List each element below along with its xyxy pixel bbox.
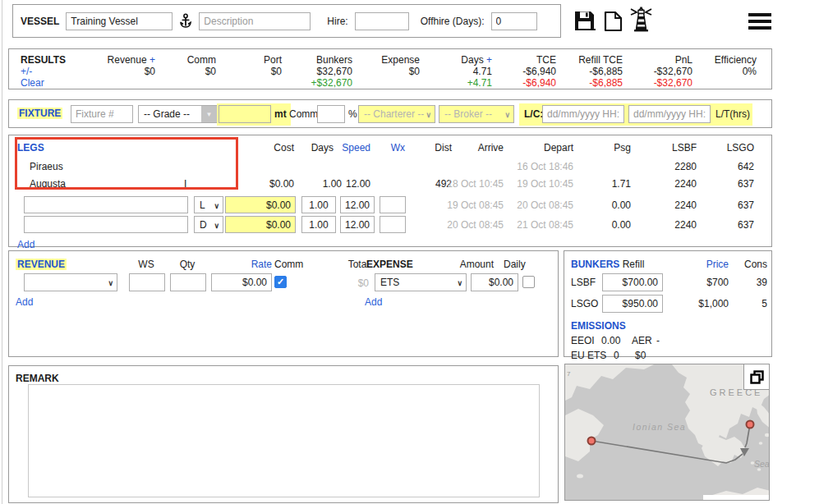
expense-type-select[interactable]: ETS — [375, 273, 467, 291]
quantity-input[interactable] — [219, 105, 271, 123]
leg-psg: 0.00 — [557, 199, 631, 211]
leg-type-select[interactable]: D — [194, 216, 223, 233]
leg-arrive: 20 Oct 08:45 — [430, 219, 504, 231]
leg-port-input[interactable] — [24, 216, 188, 233]
overlapping-windows-icon — [750, 370, 764, 384]
legs-header-lsgo: LSGO — [688, 142, 754, 153]
vessel-bar: VESSEL Hire: Offhire (Days): — [12, 4, 561, 38]
window-edge-line — [2, 0, 2, 504]
chevron-down-icon — [214, 219, 219, 231]
euets-label: EU ETS — [571, 350, 606, 361]
pnl-delta: -$32,670 — [614, 77, 692, 89]
hire-input[interactable] — [355, 12, 409, 30]
lsgo-cons: 5 — [734, 298, 767, 309]
aer-value: - — [656, 335, 660, 346]
new-document-icon[interactable] — [603, 11, 623, 34]
eeoi-label: EEOI — [571, 335, 595, 346]
leg-wx-input[interactable] — [380, 216, 406, 233]
results-col-port: Port $0 — [203, 54, 282, 77]
offhire-label: Offhire (Days): — [421, 16, 485, 27]
mt-label: mt — [274, 108, 287, 120]
efficiency-value: 0% — [678, 66, 757, 77]
bunkers-delta: +$32,670 — [274, 77, 352, 89]
lsgo-refill-input[interactable] — [602, 295, 663, 313]
comm-percent-input[interactable] — [317, 105, 345, 123]
leg-cost-input[interactable] — [225, 196, 296, 213]
fixture-number-input[interactable] — [71, 105, 133, 123]
grade-select[interactable]: -- Grade -- — [138, 105, 218, 123]
anchor-icon[interactable] — [179, 13, 192, 29]
leg-psg: 1.71 — [557, 178, 631, 190]
comm-label: Comm — [289, 108, 318, 120]
map-sea-label-2: Sea — [754, 459, 770, 469]
revenue-total-value: $0 — [329, 277, 369, 289]
rate-input[interactable] — [211, 273, 272, 291]
remark-textarea[interactable] — [28, 384, 540, 497]
eeoi-value: 0.00 — [601, 335, 620, 346]
leg-cost-input[interactable] — [225, 216, 296, 233]
leg-wx-input[interactable] — [380, 196, 406, 213]
laytime-label: L/T(hrs) — [715, 108, 750, 120]
lsbf-refill-input[interactable] — [602, 273, 663, 291]
leg-speed-input[interactable] — [340, 216, 375, 233]
charterer-select[interactable]: -- Charterer -- — [358, 105, 435, 123]
total-header: Total — [329, 259, 369, 270]
port-marker-piraeus[interactable] — [747, 421, 754, 428]
add-expense-link[interactable]: Add — [365, 296, 382, 308]
broker-select[interactable]: -- Broker -- — [439, 105, 514, 123]
remark-panel: REMARK — [8, 365, 559, 503]
expense-daily-checkbox[interactable] — [522, 276, 535, 288]
refill-header: Refill — [610, 259, 656, 270]
leg-days-input[interactable] — [301, 216, 336, 233]
rate-header[interactable]: Rate — [211, 259, 272, 270]
menu-icon[interactable] — [748, 13, 771, 30]
qty-header: Qty — [168, 259, 206, 270]
leg-port-name: Piraeus — [30, 161, 128, 172]
leg-marker: I — [184, 178, 200, 190]
legs-title: LEGS — [17, 142, 44, 153]
cons-header: Cons — [734, 259, 767, 270]
vessel-name-input[interactable] — [66, 12, 173, 30]
map-attribution — [703, 495, 769, 500]
price-header[interactable]: Price — [688, 259, 729, 270]
chevron-down-icon — [108, 277, 113, 288]
legs-header-psg: Psg — [565, 142, 631, 153]
amount-input[interactable] — [471, 273, 518, 291]
emissions-title: EMISSIONS — [571, 320, 626, 332]
ws-input[interactable] — [129, 273, 165, 291]
laycan-to-input[interactable] — [628, 105, 711, 123]
leg-port-input[interactable] — [24, 196, 188, 213]
add-revenue-link[interactable]: Add — [16, 296, 33, 308]
laycan-from-input[interactable] — [542, 105, 624, 123]
port-marker-augusta[interactable] — [588, 438, 596, 445]
revenue-comm-header: Comm — [274, 259, 303, 270]
euets-value: 0 — [614, 350, 619, 361]
leg-speed: 12.00 — [297, 178, 370, 190]
offhire-input[interactable] — [491, 12, 537, 30]
leg-arrive: 18 Oct 10:45 — [430, 178, 504, 190]
refill-tce-value: -$6,885 — [544, 66, 623, 77]
revenue-expense-panel: REVENUE WS Qty Rate Comm Total $0 Add EX… — [8, 250, 559, 357]
clear-link[interactable]: Clear — [21, 77, 66, 89]
chevron-down-icon — [426, 108, 431, 120]
description-input[interactable] — [199, 12, 311, 30]
ws-header: WS — [127, 259, 165, 270]
qty-input[interactable] — [170, 273, 206, 291]
lighthouse-icon[interactable] — [628, 4, 655, 36]
aer-label: AER — [632, 335, 652, 346]
results-panel: RESULTS +/- Clear Revenue + $0 Comm $0 P… — [8, 48, 772, 89]
save-icon[interactable] — [573, 10, 596, 34]
leg-type-select[interactable]: L — [194, 196, 223, 213]
revenue-type-select[interactable] — [24, 273, 117, 291]
plus-minus-link[interactable]: +/- — [21, 66, 66, 77]
leg-speed-input[interactable] — [340, 196, 375, 213]
lsgo-price: $1,000 — [688, 298, 729, 309]
map-sea-label: Ionian Sea — [633, 422, 686, 432]
leg-days-input[interactable] — [301, 196, 336, 213]
add-leg-link[interactable]: Add — [17, 239, 35, 250]
leg-psg: 0.00 — [557, 219, 631, 231]
revenue-comm-checkbox[interactable] — [274, 276, 287, 288]
expand-map-button[interactable] — [743, 364, 769, 390]
port-value: $0 — [203, 66, 282, 77]
route-map[interactable]: 7 GREECE Ionian Sea Sea Mediterranean — [564, 364, 770, 501]
